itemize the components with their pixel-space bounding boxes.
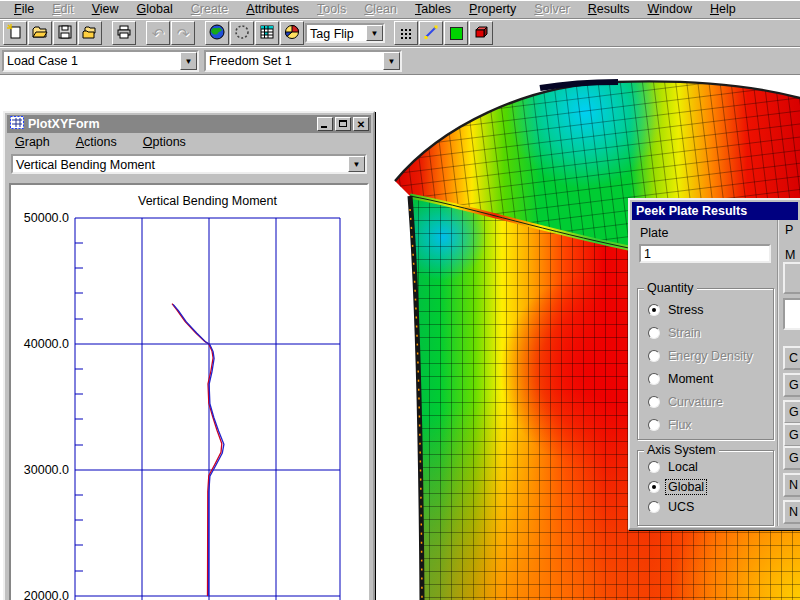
freedom-set-value: Freedom Set 1 xyxy=(206,52,383,70)
table-grid-button[interactable] xyxy=(255,21,279,45)
menu-tools: Tools xyxy=(308,1,355,18)
radio-ucs[interactable]: UCS xyxy=(648,499,696,514)
save-button[interactable] xyxy=(53,21,77,45)
radio-label: Global xyxy=(666,480,706,494)
minimize-button[interactable] xyxy=(317,117,333,131)
series-combo[interactable]: Vertical Bending Moment ▼ xyxy=(11,154,367,174)
clipped-label: M xyxy=(785,248,795,262)
menu-actions[interactable]: Actions xyxy=(76,135,117,151)
menu-results[interactable]: Results xyxy=(579,1,639,18)
plotxy-window-title: PlotXYForm xyxy=(28,117,315,131)
axis-system-groupbox: Axis System Local Global UCS xyxy=(637,450,774,526)
select-ring-button[interactable] xyxy=(230,21,254,45)
freedom-set-combo[interactable]: Freedom Set 1 ▼ xyxy=(204,50,402,72)
clipped-button[interactable]: C xyxy=(783,346,800,370)
radio-icon xyxy=(648,373,660,385)
load-case-value: Load Case 1 xyxy=(4,52,180,70)
solid-tool-button[interactable] xyxy=(469,21,493,45)
maximize-button[interactable] xyxy=(335,117,351,131)
menu-view[interactable]: View xyxy=(83,1,128,18)
curve-result-red xyxy=(172,304,222,596)
close-button[interactable] xyxy=(353,117,369,131)
radio-stress[interactable]: Stress xyxy=(648,302,705,317)
redo-button: ↷ xyxy=(171,21,195,45)
menu-create: Create xyxy=(182,1,238,18)
radio-icon xyxy=(648,461,660,473)
menu-graph[interactable]: Graph xyxy=(15,135,50,151)
clipped-field[interactable] xyxy=(783,298,800,330)
menu-options[interactable]: Options xyxy=(143,135,186,151)
toolbar-separator xyxy=(385,21,394,45)
chevron-down-icon[interactable]: ▼ xyxy=(180,52,197,70)
clipped-button[interactable]: G xyxy=(783,373,800,397)
radio-global[interactable]: Global xyxy=(648,479,706,494)
axis-system-group-label: Axis System xyxy=(644,443,719,457)
radio-label: Strain xyxy=(666,326,703,340)
folders-icon xyxy=(82,24,98,43)
toolbar-separator xyxy=(196,21,205,45)
menu-edit: Edit xyxy=(43,1,83,18)
model-canvas[interactable]: PlotXYForm Graph Actions Options Vertica… xyxy=(0,76,800,600)
plotxy-menubar: Graph Actions Options xyxy=(7,133,371,151)
peek-titlebar[interactable]: Peek Plate Results xyxy=(632,202,798,220)
chart-panel: Vertical Bending Moment 50000.0 40000.0 … xyxy=(9,183,369,600)
menu-help[interactable]: Help xyxy=(701,1,745,18)
new-button[interactable] xyxy=(3,21,27,45)
menu-file[interactable]: File xyxy=(5,1,43,18)
clipped-button[interactable]: G xyxy=(783,423,800,447)
table-grid-icon xyxy=(259,24,275,43)
clipped-button[interactable] xyxy=(783,262,800,294)
grid-dots-button[interactable] xyxy=(394,21,418,45)
print-button[interactable] xyxy=(112,21,136,45)
clipped-button[interactable]: N xyxy=(783,500,800,524)
green-square-icon xyxy=(450,27,463,40)
selector-bar: Load Case 1 ▼ Freedom Set 1 ▼ xyxy=(0,47,800,75)
chevron-down-icon[interactable]: ▼ xyxy=(348,156,365,172)
radio-label: Moment xyxy=(666,372,715,386)
curve-result-blue xyxy=(173,304,224,596)
chevron-down-icon[interactable]: ▼ xyxy=(366,25,383,41)
radio-icon xyxy=(648,350,660,362)
grid-dots-icon xyxy=(399,27,413,40)
load-case-combo[interactable]: Load Case 1 ▼ xyxy=(2,50,199,72)
toolbar-separator xyxy=(103,21,112,45)
open-button[interactable] xyxy=(28,21,52,45)
menu-tables[interactable]: Tables xyxy=(406,1,460,18)
radio-label: Flux xyxy=(666,418,694,432)
menu-attributes[interactable]: Attributes xyxy=(237,1,308,18)
menu-property[interactable]: Property xyxy=(460,1,525,18)
radio-label: Energy Density xyxy=(666,349,755,363)
plate-tool-button[interactable] xyxy=(444,21,468,45)
peek-clipped-column: P M C G G G G N N xyxy=(777,220,800,526)
plotxy-titlebar[interactable]: PlotXYForm xyxy=(7,115,371,133)
save-all-button[interactable] xyxy=(78,21,102,45)
radio-moment[interactable]: Moment xyxy=(648,371,715,386)
radio-icon xyxy=(648,419,660,431)
clipped-button[interactable]: N xyxy=(783,473,800,497)
pie-chart-button[interactable] xyxy=(280,21,304,45)
globe-button[interactable] xyxy=(205,21,229,45)
quantity-groupbox: Quantity Stress Strain Energy Density Mo… xyxy=(637,288,774,440)
chevron-down-icon[interactable]: ▼ xyxy=(383,52,400,70)
clipped-button[interactable]: G xyxy=(783,446,800,470)
radio-label: UCS xyxy=(666,500,696,514)
pie-chart-icon xyxy=(284,24,300,43)
radio-local[interactable]: Local xyxy=(648,459,700,474)
undo-button: ↶ xyxy=(146,21,170,45)
plate-input[interactable] xyxy=(639,244,771,263)
menu-global[interactable]: Global xyxy=(128,1,182,18)
menu-window[interactable]: Window xyxy=(638,1,700,18)
dashed-circle-icon xyxy=(234,24,250,43)
save-floppy-icon xyxy=(57,24,73,43)
clipped-button[interactable]: G xyxy=(783,400,800,424)
plate-label: Plate xyxy=(640,226,669,240)
new-file-icon xyxy=(7,24,23,43)
radio-icon xyxy=(648,501,660,513)
tag-flip-value: Tag Flip xyxy=(307,25,366,41)
tag-flip-combo[interactable]: Tag Flip ▼ xyxy=(305,23,385,43)
radio-icon xyxy=(648,327,660,339)
plot-curves xyxy=(172,304,224,596)
line-tool-button[interactable] xyxy=(419,21,443,45)
radio-strain: Strain xyxy=(648,325,703,340)
menu-bar: File Edit View Global Create Attributes … xyxy=(0,0,800,19)
